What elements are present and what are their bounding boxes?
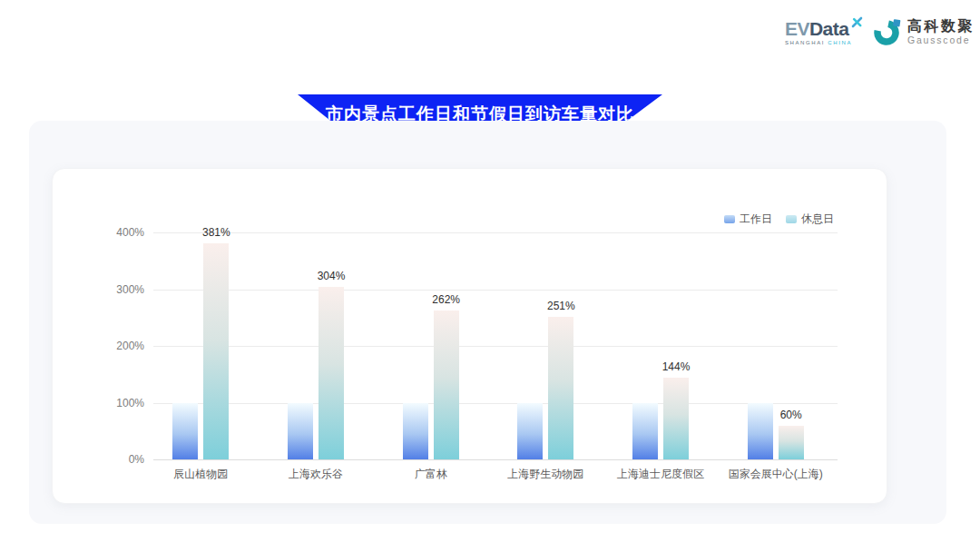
plot-area: 0%100%200%300%400%381%辰山植物园304%上海欢乐谷262%… xyxy=(153,232,838,459)
evdata-subtext-right: CHINA xyxy=(828,40,852,45)
x-axis-label: 国家会展中心(上海) xyxy=(729,467,823,482)
evdata-subtext-left: SHANGHAI xyxy=(785,40,825,45)
bar-group: 60%国家会展中心(上海) xyxy=(718,232,833,459)
legend-swatch-workday-icon xyxy=(724,215,735,223)
bar-value-label: 60% xyxy=(780,409,802,421)
chart-panel: 工作日 休息日 0%100%200%300%400%381%辰山植物园304%上… xyxy=(29,121,946,524)
bar-workday xyxy=(632,403,658,460)
bar-restday xyxy=(779,426,804,460)
bar-group: 262%广富林 xyxy=(373,232,488,459)
bar-value-label: 262% xyxy=(432,293,460,306)
evdata-logo: EVData SHANGHAI CHINA xyxy=(785,19,861,45)
evdata-subtext: SHANGHAI CHINA xyxy=(785,40,852,45)
bar-workday xyxy=(288,403,313,460)
bar-group: 381%辰山植物园 xyxy=(143,232,259,459)
bar-workday xyxy=(403,403,428,460)
legend-item-restday[interactable]: 休息日 xyxy=(786,212,834,227)
gausscode-logo: 高科数聚 Gausscode xyxy=(874,16,975,47)
bar-workday xyxy=(517,403,543,460)
x-axis-label: 上海野生动物园 xyxy=(507,467,583,482)
bar-group: 304%上海欢乐谷 xyxy=(259,232,374,459)
bar-restday xyxy=(434,310,459,459)
bar-value-label: 304% xyxy=(318,270,346,282)
bar-workday xyxy=(172,403,198,460)
evdata-data-text: Data xyxy=(809,18,849,39)
bar-group: 144%上海迪士尼度假区 xyxy=(603,232,719,459)
legend-item-workday[interactable]: 工作日 xyxy=(724,212,772,227)
chart-legend: 工作日 休息日 xyxy=(724,212,834,227)
x-axis-label: 广富林 xyxy=(415,467,447,482)
gausscode-icon xyxy=(874,16,903,47)
gausscode-cn-label: 高科数聚 xyxy=(907,18,975,34)
bar-value-label: 144% xyxy=(662,360,691,373)
legend-label-restday: 休息日 xyxy=(801,212,834,227)
bar-restday xyxy=(663,378,689,459)
y-axis-tick: 200% xyxy=(54,339,144,353)
y-axis-tick: 400% xyxy=(54,225,144,240)
gausscode-text: 高科数聚 Gausscode xyxy=(907,18,975,45)
legend-label-workday: 工作日 xyxy=(740,212,772,227)
bars-container: 381%辰山植物园304%上海欢乐谷262%广富林251%上海野生动物园144%… xyxy=(143,232,833,459)
bar-restday xyxy=(318,287,344,459)
bar-restday xyxy=(203,243,229,459)
x-axis-label: 上海迪士尼度假区 xyxy=(617,467,704,482)
y-axis-tick: 300% xyxy=(54,282,144,297)
x-axis-label: 上海欢乐谷 xyxy=(289,467,343,482)
y-axis-tick: 0% xyxy=(54,452,144,467)
bar-restday xyxy=(548,317,573,459)
page: EVData SHANGHAI CHINA 高科数聚 Gausscode 市内景… xyxy=(0,0,980,552)
gausscode-en-label: Gausscode xyxy=(907,34,975,45)
bar-group: 251%上海野生动物园 xyxy=(488,232,603,459)
x-axis-label: 辰山植物园 xyxy=(173,467,228,482)
evdata-x-icon xyxy=(851,16,863,28)
bar-value-label: 251% xyxy=(547,300,575,312)
bar-value-label: 381% xyxy=(202,226,230,239)
legend-swatch-restday-icon xyxy=(786,215,797,223)
evdata-wordmark: EVData xyxy=(785,19,852,39)
gridline xyxy=(153,459,838,460)
bar-workday xyxy=(748,403,773,460)
chart-card: 工作日 休息日 0%100%200%300%400%381%辰山植物园304%上… xyxy=(52,168,887,504)
header-logos: EVData SHANGHAI CHINA 高科数聚 Gausscode xyxy=(785,16,975,47)
y-axis-tick: 100% xyxy=(54,396,144,410)
evdata-ev-text: EV xyxy=(785,18,809,39)
